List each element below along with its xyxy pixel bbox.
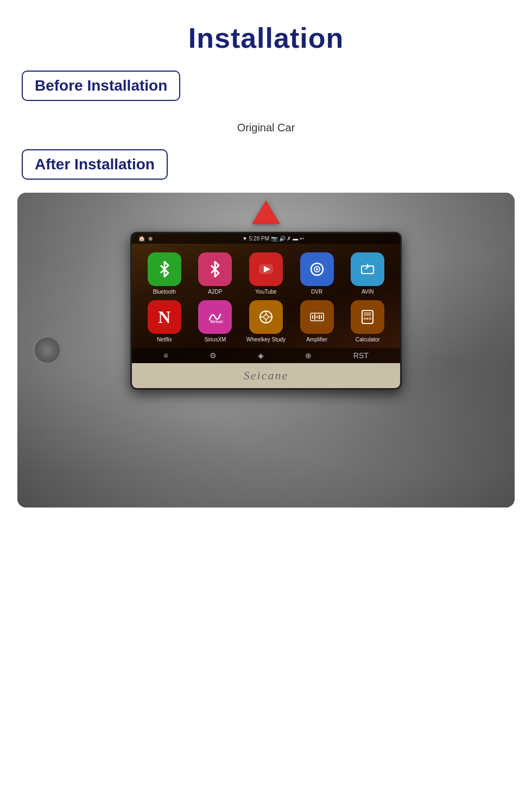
status-left: 🏠 ⊕ — [138, 236, 153, 242]
app-bluetooth[interactable]: Bluetooth — [142, 252, 187, 295]
page-title: Installation — [0, 0, 532, 71]
wheelkey-icon — [249, 300, 283, 334]
bluetooth-label: Bluetooth — [153, 289, 176, 295]
app-calculator[interactable]: Calculator — [345, 300, 390, 342]
youtube-icon — [249, 252, 283, 286]
app-wheelkey[interactable]: Wheelkey Study — [243, 300, 289, 342]
before-installation-badge: Before Installation — [0, 71, 532, 114]
nav-icon-4: ⊕ — [305, 351, 312, 360]
nav-icon-5: RST — [353, 351, 369, 360]
amplifier-label: Amplifier — [306, 337, 327, 342]
bottom-nav-bar: ≡ ⚙ ◈ ⊕ RST — [132, 348, 400, 363]
wifi-icon: ⊕ — [148, 236, 153, 242]
avin-label: AVIN — [362, 289, 374, 295]
svg-text:SiriusXM: SiriusXM — [210, 319, 223, 324]
nav-icon-1: ≡ — [163, 351, 168, 360]
apps-grid: Bluetooth A2DP — [132, 244, 400, 348]
app-netflix[interactable]: N Netflix — [142, 300, 187, 342]
siriusxm-icon: SiriusXM — [198, 300, 232, 334]
nav-icon-2: ⚙ — [210, 351, 217, 360]
dvr-icon — [300, 252, 334, 286]
nav-icon-3: ◈ — [258, 351, 264, 360]
calculator-label: Calculator — [356, 337, 380, 342]
home-icon: 🏠 — [138, 236, 145, 242]
app-siriusxm[interactable]: SiriusXM SiriusXM — [193, 300, 238, 342]
app-youtube[interactable]: YouTube — [243, 252, 289, 295]
app-dvr[interactable]: DVR — [294, 252, 340, 295]
app-a2dp[interactable]: A2DP — [193, 252, 238, 295]
before-caption: Original Car — [0, 114, 532, 149]
wheelkey-label: Wheelkey Study — [246, 337, 286, 342]
key-ignition — [33, 335, 62, 365]
after-installation-badge: After Installation — [0, 149, 532, 193]
status-time: ▼ 5:28 PM 📷 🔊 ✗ ▬ ↩ — [242, 236, 304, 242]
brand-name: Seicane — [244, 369, 288, 382]
svg-point-4 — [316, 268, 318, 270]
hazard-triangle-after — [252, 200, 280, 224]
app-amplifier[interactable]: Amplifier — [294, 300, 340, 342]
netflix-icon: N — [148, 300, 181, 334]
seicane-brand-bar: Seicane — [132, 363, 400, 388]
svg-rect-24 — [369, 318, 371, 320]
svg-rect-21 — [364, 312, 371, 316]
after-badge-text: After Installation — [35, 156, 155, 173]
netflix-label: Netflix — [157, 337, 172, 342]
svg-rect-23 — [366, 318, 369, 320]
amplifier-icon — [300, 300, 334, 334]
svg-rect-22 — [364, 318, 366, 320]
touchscreen: 🏠 ⊕ ▼ 5:28 PM 📷 🔊 ✗ ▬ ↩ — [132, 233, 400, 363]
bluetooth-icon — [148, 252, 181, 286]
avin-icon — [351, 252, 384, 286]
dvr-label: DVR — [311, 289, 322, 295]
calculator-icon — [351, 300, 384, 334]
youtube-label: YouTube — [255, 289, 276, 295]
app-avin[interactable]: AVIN — [345, 252, 390, 295]
siriusxm-label: SiriusXM — [204, 337, 226, 342]
status-bar: 🏠 ⊕ ▼ 5:28 PM 📷 🔊 ✗ ▬ ↩ — [132, 233, 400, 244]
svg-point-9 — [264, 315, 268, 319]
before-badge-text: Before Installation — [35, 77, 167, 94]
after-car-image: 🏠 ⊕ ▼ 5:28 PM 📷 🔊 ✗ ▬ ↩ — [17, 193, 515, 507]
a2dp-label: A2DP — [208, 289, 222, 295]
a2dp-icon — [198, 252, 232, 286]
head-unit: 🏠 ⊕ ▼ 5:28 PM 📷 🔊 ✗ ▬ ↩ — [130, 232, 402, 390]
